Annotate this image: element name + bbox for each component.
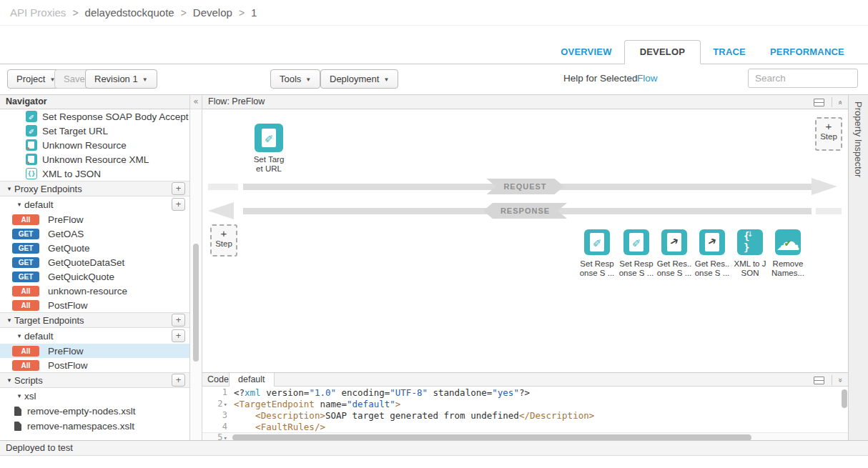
navigator-policy-item[interactable]: {}XML to JSON	[0, 166, 189, 181]
response-arrowhead-icon	[208, 202, 234, 219]
add-button[interactable]: +	[172, 198, 185, 211]
code-token: >	[395, 399, 401, 409]
panel-layout-icon[interactable]	[814, 377, 824, 384]
flow-item-postflow[interactable]: AllPostFlow	[0, 298, 189, 312]
caret-down-icon[interactable]: ▾	[14, 201, 24, 208]
label-line: Remove	[766, 259, 809, 269]
caret-down-icon[interactable]: ▾	[14, 392, 24, 399]
tab-performance[interactable]: PERFORMANCE	[758, 41, 857, 64]
flow-step-response-4[interactable]: ↓{ }	[737, 229, 763, 255]
tab-trace[interactable]: TRACE	[701, 41, 758, 64]
section-header-target-endpoints[interactable]: ▾Target Endpoints+	[0, 312, 189, 328]
caret-down-icon[interactable]: ▾	[4, 317, 14, 324]
flow-label: GetQuickQuote	[48, 272, 114, 282]
breadcrumb-item[interactable]: API Proxies	[10, 6, 66, 19]
collapse-code-panel-icon[interactable]: »	[834, 378, 847, 383]
pencil-icon: ✎	[26, 111, 37, 122]
file-label: remove-namespaces.xslt	[27, 421, 134, 432]
flow-item-getquickquote[interactable]: GETGetQuickQuote	[0, 269, 189, 284]
code-token: standalone=	[428, 387, 492, 398]
flow-item-getoas[interactable]: GETGetOAS	[0, 226, 189, 241]
policy-label: Set Target URL	[42, 126, 108, 136]
tools-button[interactable]: Tools▼	[270, 69, 320, 89]
code-line-1: 1<?xml version="1.0" encoding="UTF-8" st…	[202, 387, 848, 398]
code-token: <Description>	[255, 410, 325, 421]
flow-item-getquotedataset[interactable]: GETGetQuoteDataSet	[0, 255, 189, 269]
code-panel-label: Code	[207, 373, 229, 386]
revision-button[interactable]: Revision 1▼	[85, 69, 157, 89]
toolbar: Project▼ Save Revision 1▼ Tools▼ Deploym…	[0, 64, 868, 94]
method-badge: GET	[12, 272, 39, 282]
label-line: Set Resp	[615, 259, 658, 269]
help-for-selected-label: Help for Selected	[563, 73, 638, 84]
panel-layout-icon[interactable]	[814, 99, 824, 106]
add-button[interactable]: +	[172, 374, 185, 387]
navigator-scroll-strip: «	[189, 95, 202, 441]
code-token	[234, 422, 255, 432]
flow-step-response-1[interactable]: ✎	[623, 229, 649, 255]
code-token: <TargetEndpoint	[234, 399, 315, 409]
flow-item-postflow[interactable]: AllPostFlow	[0, 358, 189, 372]
add-step-button-request[interactable]: + Step	[815, 117, 842, 151]
section-header-scripts[interactable]: ▾Scripts+	[0, 372, 189, 388]
code-editor[interactable]: 1<?xml version="1.0" encoding="UTF-8" st…	[202, 387, 848, 441]
script-file-item[interactable]: remove-namespaces.xslt	[0, 419, 189, 434]
navigator-policy-item[interactable]: ➔Unknown Resource	[0, 138, 189, 152]
method-badge: All	[12, 300, 39, 311]
add-button[interactable]: +	[172, 182, 185, 195]
help-flow-link[interactable]: Flow	[637, 73, 658, 84]
flow-panel-header: Flow: PreFlow «	[202, 95, 848, 109]
label-line: onse S ...	[653, 269, 696, 278]
flow-item-preflow[interactable]: AllPreFlow	[0, 212, 189, 226]
flow-step-response-3[interactable]: ➔	[699, 229, 725, 255]
resource-icon: ➔	[26, 139, 37, 151]
group-row-default[interactable]: ▾default+	[0, 196, 189, 212]
flow-step-set-target-url[interactable]: ✎	[255, 124, 283, 152]
navigator-policy-item[interactable]: ✎Set Target URL	[0, 124, 189, 138]
section-label: Target Endpoints	[14, 315, 84, 326]
flow-item-preflow[interactable]: AllPreFlow	[0, 344, 189, 358]
flow-step-response-2[interactable]: ➔	[661, 229, 687, 255]
flow-step-response-5[interactable]: ☁✔	[775, 229, 801, 255]
caret-down-icon[interactable]: ▾	[14, 332, 24, 339]
add-button[interactable]: +	[172, 314, 185, 327]
pencil-icon: ✎	[26, 125, 37, 136]
breadcrumb-item[interactable]: Develop	[193, 6, 232, 19]
breadcrumb-separator: >	[181, 7, 187, 19]
content-region: Navigator ✎Set Response SOAP Body Accept…	[0, 94, 868, 440]
caret-down-icon[interactable]: ▾	[4, 377, 14, 384]
script-file-item[interactable]: remove-empty-nodes.xslt	[0, 404, 189, 419]
tab-develop[interactable]: DEVELOP	[624, 40, 701, 64]
request-arrowhead-icon	[812, 178, 837, 195]
tab-bar: OVERVIEWDEVELOPTRACEPERFORMANCE	[0, 26, 868, 64]
section-header-proxy-endpoints[interactable]: ▾Proxy Endpoints+	[0, 181, 189, 196]
navigator-collapse-button[interactable]: «	[190, 95, 202, 109]
method-badge: All	[12, 360, 39, 371]
breadcrumb-item[interactable]: delayedstockquote	[85, 6, 174, 19]
navigator-policy-item[interactable]: ➔Unknown Resource XML	[0, 152, 189, 166]
breadcrumb-item[interactable]: 1	[251, 6, 257, 19]
fold-caret-icon[interactable]: ▾	[224, 401, 227, 408]
group-row-xsl[interactable]: ▾xsl	[0, 388, 189, 404]
caret-down-icon[interactable]: ▾	[4, 185, 14, 192]
add-button[interactable]: +	[172, 329, 185, 342]
navigator-scrollbar-thumb[interactable]	[193, 244, 199, 362]
property-inspector-label[interactable]: Property Inspector	[853, 101, 864, 177]
tab-overview[interactable]: OVERVIEW	[548, 41, 623, 64]
code-tab-default[interactable]: default	[229, 373, 275, 387]
flow-panel: Flow: PreFlow « REQUEST	[202, 95, 848, 441]
collapse-flow-panel-icon[interactable]: «	[834, 100, 847, 105]
flow-step-response-0[interactable]: ✎	[584, 229, 610, 255]
deployment-button[interactable]: Deployment▼	[320, 69, 398, 89]
flow-item-unknown-resource[interactable]: Allunknown-resource	[0, 284, 189, 298]
code-token: <?	[234, 387, 245, 398]
add-step-button-response[interactable]: + Step	[210, 224, 237, 257]
group-row-default[interactable]: ▾default+	[0, 328, 189, 344]
navigator-policy-item[interactable]: ✎Set Response SOAP Body Accept	[0, 109, 189, 124]
flow-label: PreFlow	[48, 214, 84, 225]
code-vertical-scrollbar-thumb[interactable]	[842, 389, 847, 408]
line-number-text: 2	[217, 399, 222, 409]
search-input[interactable]	[748, 69, 858, 88]
flow-item-getquote[interactable]: GETGetQuote	[0, 241, 189, 255]
code-token: ?>	[519, 387, 530, 398]
